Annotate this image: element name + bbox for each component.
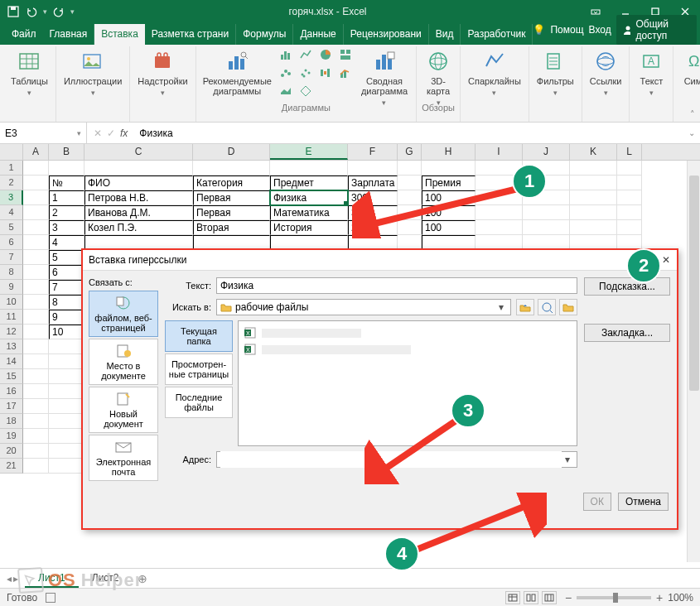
select-all-corner[interactable] bbox=[0, 144, 23, 160]
ribbon-collapse-icon[interactable]: ˄ bbox=[690, 109, 695, 120]
cell[interactable] bbox=[523, 161, 570, 176]
cell[interactable] bbox=[23, 459, 49, 474]
row-header[interactable]: 11 bbox=[0, 310, 23, 325]
cell[interactable]: Математика bbox=[270, 205, 348, 220]
addins-button[interactable]: Надстройки▾ bbox=[135, 46, 190, 99]
page-break-view-icon[interactable] bbox=[542, 591, 557, 604]
cell[interactable] bbox=[476, 176, 523, 190]
redo-icon[interactable] bbox=[52, 5, 65, 18]
sheet-prev-icon[interactable]: ◂ bbox=[7, 573, 12, 584]
save-icon[interactable] bbox=[7, 5, 20, 18]
combo-chart-icon[interactable] bbox=[336, 65, 355, 81]
row-header[interactable]: 15 bbox=[0, 369, 23, 384]
cell[interactable] bbox=[476, 220, 523, 235]
tab-insert[interactable]: Вставка bbox=[94, 24, 145, 45]
cell[interactable]: 7 bbox=[49, 280, 84, 295]
col-G[interactable]: G bbox=[398, 144, 422, 160]
cell[interactable] bbox=[49, 369, 84, 384]
linktype-newdoc[interactable]: Новый документ bbox=[89, 387, 158, 433]
dialog-help-icon[interactable]: ? bbox=[648, 254, 654, 266]
row-header[interactable]: 19 bbox=[0, 429, 23, 444]
col-H[interactable]: H bbox=[422, 144, 476, 160]
cell[interactable] bbox=[348, 161, 398, 176]
row-header[interactable]: 18 bbox=[0, 414, 23, 429]
tell-me-label[interactable]: Помощ bbox=[550, 24, 583, 36]
row-header[interactable]: 7 bbox=[0, 250, 23, 265]
cell[interactable] bbox=[49, 354, 84, 369]
cell[interactable] bbox=[422, 161, 476, 176]
chevron-down-icon[interactable]: ▾ bbox=[562, 454, 573, 465]
list-item[interactable]: X bbox=[242, 325, 573, 341]
tab-home[interactable]: Главная bbox=[43, 24, 95, 45]
cell[interactable]: 200 bbox=[348, 220, 398, 235]
cell[interactable] bbox=[23, 444, 49, 459]
cell[interactable]: 2 bbox=[49, 205, 84, 220]
cell[interactable] bbox=[49, 399, 84, 414]
cell[interactable]: 9 bbox=[49, 310, 84, 325]
cell[interactable]: Первая bbox=[193, 205, 270, 220]
cell[interactable]: № bbox=[49, 176, 84, 190]
tab-file[interactable]: Файл bbox=[3, 24, 43, 45]
map3d-button[interactable]: 3D-карта▾ bbox=[422, 46, 455, 109]
cell[interactable]: Козел П.Э. bbox=[84, 220, 193, 235]
row-header[interactable]: 21 bbox=[0, 459, 23, 474]
linktype-email[interactable]: Электронная почта bbox=[89, 435, 158, 481]
cell[interactable] bbox=[49, 444, 84, 459]
nav-current-folder[interactable]: Текущая папка bbox=[165, 320, 233, 352]
cell[interactable]: Зарплата bbox=[348, 176, 398, 190]
cell[interactable] bbox=[23, 190, 49, 205]
row-header[interactable]: 5 bbox=[0, 220, 23, 235]
cell[interactable]: 100 bbox=[422, 220, 476, 235]
sparklines-button[interactable]: Спарклайны▾ bbox=[466, 46, 524, 99]
pivot-chart-button[interactable]: Сводная диаграмма▾ bbox=[358, 46, 411, 109]
tab-formulas[interactable]: Формулы bbox=[236, 24, 293, 45]
lookin-combo[interactable]: рабочие файлы ▾ bbox=[216, 299, 511, 315]
cell[interactable]: 300 bbox=[348, 205, 398, 220]
cell[interactable]: 1 bbox=[49, 190, 84, 205]
cell[interactable] bbox=[398, 161, 422, 176]
text-button[interactable]: A Текст▾ bbox=[635, 46, 668, 99]
col-C[interactable]: C bbox=[84, 144, 193, 160]
address-input[interactable]: ▾ bbox=[216, 451, 577, 468]
row-header[interactable]: 16 bbox=[0, 384, 23, 399]
nav-recent-files[interactable]: Последние файлы bbox=[165, 387, 233, 418]
cell[interactable] bbox=[570, 176, 617, 190]
col-I[interactable]: I bbox=[476, 144, 523, 160]
cell[interactable] bbox=[523, 220, 570, 235]
zoom-in-icon[interactable]: + bbox=[656, 591, 663, 604]
cell[interactable] bbox=[49, 459, 84, 474]
cell[interactable] bbox=[617, 205, 642, 220]
cell[interactable]: 3 bbox=[49, 220, 84, 235]
cell[interactable] bbox=[398, 220, 422, 235]
cell[interactable] bbox=[23, 265, 49, 280]
cell[interactable] bbox=[23, 369, 49, 384]
cell[interactable] bbox=[476, 205, 523, 220]
dialog-close-icon[interactable]: ✕ bbox=[662, 254, 670, 266]
expand-formula-icon[interactable]: ⌄ bbox=[683, 128, 700, 137]
cell[interactable] bbox=[23, 384, 49, 399]
bookmark-button[interactable]: Закладка... bbox=[584, 324, 670, 342]
cell[interactable] bbox=[23, 310, 49, 325]
zoom-slider[interactable] bbox=[577, 596, 651, 599]
cell[interactable] bbox=[23, 339, 49, 354]
cell[interactable] bbox=[570, 190, 617, 205]
cell[interactable] bbox=[570, 205, 617, 220]
col-J[interactable]: J bbox=[523, 144, 570, 160]
undo-icon[interactable] bbox=[25, 5, 38, 18]
row-header[interactable]: 1 bbox=[0, 161, 23, 176]
scatter-chart-icon[interactable] bbox=[297, 65, 315, 81]
cell[interactable] bbox=[476, 190, 523, 205]
cell[interactable] bbox=[523, 190, 570, 205]
cell[interactable] bbox=[617, 190, 642, 205]
cell[interactable]: 5 bbox=[49, 250, 84, 265]
cell[interactable]: Иванова Д.М. bbox=[84, 205, 193, 220]
tab-review[interactable]: Рецензировани bbox=[344, 24, 429, 45]
cell[interactable]: 10 bbox=[49, 325, 84, 339]
browse-file-button[interactable] bbox=[559, 299, 577, 315]
bar-chart-icon[interactable] bbox=[277, 46, 295, 63]
name-box[interactable]: E3 ▾ bbox=[0, 123, 87, 143]
cell[interactable] bbox=[23, 161, 49, 176]
row-header[interactable]: 13 bbox=[0, 339, 23, 354]
cell[interactable] bbox=[398, 190, 422, 205]
cell[interactable]: Вторая bbox=[193, 220, 270, 235]
